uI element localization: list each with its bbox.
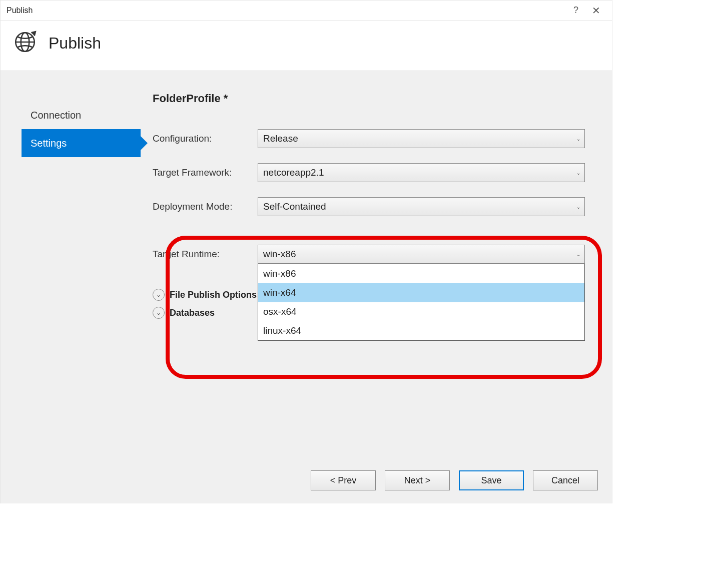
expander-label: File Publish Options (170, 290, 257, 300)
chevron-down-icon: ⌄ (153, 307, 165, 319)
select-target-framework[interactable]: netcoreapp2.1 ⌄ (258, 163, 585, 182)
chevron-down-icon: ⌄ (576, 204, 580, 210)
chevron-down-icon: ⌄ (576, 170, 580, 176)
chevron-down-icon: ⌄ (576, 136, 580, 142)
select-value: Self-Contained (263, 201, 326, 212)
option-linux-x64[interactable]: linux-x64 (258, 321, 584, 340)
close-icon[interactable]: ✕ (586, 5, 606, 17)
next-button[interactable]: Next > (385, 470, 450, 490)
help-icon[interactable]: ? (566, 5, 586, 16)
profile-title: FolderProfile * (153, 92, 600, 105)
option-win-x64[interactable]: win-x64 (258, 283, 584, 302)
dialog-footer: < Prev Next > Save Cancel (1, 458, 612, 503)
option-osx-x64[interactable]: osx-x64 (258, 302, 584, 321)
option-win-x86[interactable]: win-x86 (258, 264, 584, 283)
select-deployment-mode[interactable]: Self-Contained ⌄ (258, 197, 585, 216)
sidebar-item-label: Settings (31, 138, 67, 149)
row-deployment-mode: Deployment Mode: Self-Contained ⌄ (153, 197, 600, 216)
chevron-down-icon: ⌄ (576, 252, 580, 257)
sidebar-item-settings[interactable]: Settings (22, 129, 141, 157)
main-panel: FolderProfile * Configuration: Release ⌄… (141, 71, 612, 503)
dialog-body: Connection Settings FolderProfile * Conf… (1, 71, 612, 503)
chevron-down-icon: ⌄ (153, 289, 165, 301)
sidebar: Connection Settings (1, 71, 141, 503)
header-title: Publish (49, 34, 101, 53)
row-configuration: Configuration: Release ⌄ (153, 129, 600, 148)
select-target-runtime[interactable]: win-x86 ⌄ (258, 245, 585, 264)
globe-publish-icon (13, 30, 38, 57)
titlebar: Publish ? ✕ (1, 1, 612, 21)
label-target-runtime: Target Runtime: (153, 249, 258, 260)
expander-label: Databases (170, 308, 215, 318)
label-target-framework: Target Framework: (153, 167, 258, 178)
row-target-framework: Target Framework: netcoreapp2.1 ⌄ (153, 163, 600, 182)
publish-dialog: Publish ? ✕ Publish Connection Settings (0, 0, 612, 503)
save-button[interactable]: Save (459, 470, 524, 490)
select-value: netcoreapp2.1 (263, 167, 324, 178)
label-configuration: Configuration: (153, 133, 258, 144)
target-runtime-dropdown: win-x86 win-x64 osx-x64 linux-x64 (258, 264, 585, 341)
prev-button[interactable]: < Prev (311, 470, 376, 490)
label-deployment-mode: Deployment Mode: (153, 201, 258, 212)
row-target-runtime: Target Runtime: win-x86 ⌄ win-x86 win-x6… (153, 245, 600, 264)
window-title: Publish (7, 6, 566, 15)
sidebar-item-connection[interactable]: Connection (22, 101, 141, 129)
sidebar-item-label: Connection (31, 110, 81, 121)
select-configuration[interactable]: Release ⌄ (258, 129, 585, 148)
select-value: Release (263, 133, 298, 144)
dialog-header: Publish (1, 21, 612, 71)
select-value: win-x86 (263, 249, 296, 260)
cancel-button[interactable]: Cancel (533, 470, 598, 490)
